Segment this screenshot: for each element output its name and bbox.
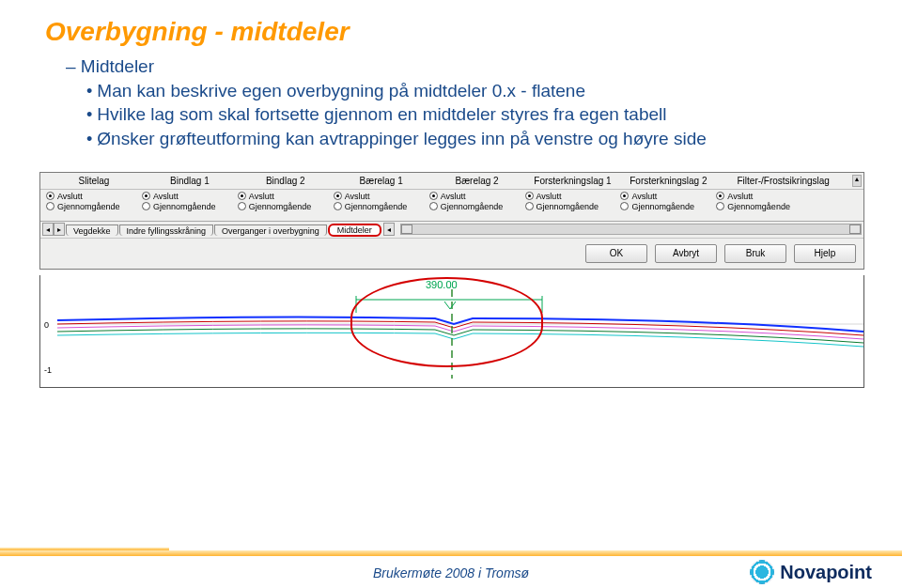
col-header: Forsterkningslag 1	[525, 175, 621, 187]
radio-avslutt[interactable]	[525, 192, 534, 200]
radio-gjennom[interactable]	[620, 202, 629, 210]
column-header-row: Slitelag Bindlag 1 Bindlag 2 Bærelag 1 B…	[40, 173, 863, 190]
horizontal-scrollbar[interactable]	[400, 224, 862, 235]
radio-label: Gjennomgående	[153, 202, 216, 211]
bullet-item: Ønsker grøfteutforming kan avtrappinger …	[86, 127, 902, 151]
col-header: Bærelag 1	[334, 175, 429, 187]
radio-avslutt[interactable]	[620, 192, 629, 200]
radio-label: Avslutt	[249, 192, 274, 201]
col-header: Slitelag	[46, 175, 142, 187]
radio-avslutt[interactable]	[716, 192, 724, 200]
radio-label: Avslutt	[631, 192, 657, 201]
bullet-item: Man kan beskrive egen overbygning på mid…	[86, 79, 902, 103]
radio-label: Gjennomgående	[57, 202, 120, 211]
logo-mark-icon	[750, 560, 774, 584]
radio-group: Avslutt Gjennomgående	[716, 192, 850, 211]
radio-group: Avslutt Gjennomgående	[620, 192, 716, 211]
radio-gjennom[interactable]	[142, 202, 150, 210]
radio-label: Avslutt	[537, 192, 562, 201]
radio-gjennom[interactable]	[525, 202, 534, 210]
col-header: Bindlag 2	[238, 175, 334, 187]
dialog-buttons: OK Avbryt Bruk Hjelp	[40, 238, 863, 269]
dash-marker: –	[66, 56, 81, 76]
radio-gjennom[interactable]	[429, 202, 438, 210]
radio-gjennom[interactable]	[716, 202, 724, 210]
bullet-item: Hvilke lag som skal fortsette gjennom en…	[86, 102, 902, 127]
radio-label: Avslutt	[153, 192, 179, 201]
highlight-ellipse	[350, 277, 543, 367]
tab-bar: ◂ ▸ Vegdekke Indre fyllingsskråning Over…	[40, 221, 863, 238]
slide-title: Overbygning - midtdeler	[0, 0, 902, 54]
help-button[interactable]: Hjelp	[794, 244, 856, 263]
measurement-label: 390.00	[426, 279, 458, 290]
radio-avslutt[interactable]	[334, 192, 342, 200]
col-header: Forsterkningslag 2	[620, 175, 716, 187]
tab-overganger[interactable]: Overganger i overbygning	[214, 224, 327, 236]
tab-indre-fylling[interactable]: Indre fyllingsskråning	[119, 224, 214, 236]
radio-group: Avslutt Gjennomgående	[334, 192, 429, 211]
col-header: Filter-/Frostsikringslag	[716, 175, 850, 187]
footer-band	[0, 550, 902, 556]
radio-group: Avslutt Gjennomgående	[142, 192, 238, 211]
radio-label: Gjennomgående	[727, 202, 790, 211]
tab-midtdeler[interactable]: Midtdeler	[328, 224, 381, 237]
tab-vegdekke[interactable]: Vegdekke	[66, 224, 118, 236]
col-header: Bindlag 1	[142, 175, 238, 187]
col-header: Bærelag 2	[429, 175, 525, 187]
radio-label: Avslutt	[441, 192, 466, 201]
radio-row: Avslutt Gjennomgående Avslutt Gjennomgåe…	[40, 190, 863, 221]
radio-gjennom[interactable]	[238, 202, 246, 210]
radio-label: Gjennomgående	[249, 202, 312, 211]
tab-scroll-next[interactable]: ◂	[383, 223, 395, 236]
cross-section-drawing: 0 -1 390.00	[39, 275, 864, 388]
radio-group: Avslutt Gjennomgående	[429, 192, 525, 211]
radio-label: Gjennomgående	[537, 202, 599, 211]
tab-scroll-prev[interactable]: ▸	[54, 223, 65, 236]
radio-avslutt[interactable]	[46, 192, 54, 200]
intro-word: Midtdeler	[81, 56, 154, 76]
radio-avslutt[interactable]	[238, 192, 246, 200]
novapoint-logo: Novapoint	[750, 560, 872, 584]
cancel-button[interactable]: Avbryt	[655, 244, 717, 263]
bullet-list: Man kan beskrive egen overbygning på mid…	[66, 79, 902, 151]
radio-group: Avslutt Gjennomgående	[46, 192, 142, 211]
radio-label: Gjennomgående	[345, 202, 408, 211]
settings-panel: Slitelag Bindlag 1 Bindlag 2 Bærelag 1 B…	[39, 172, 864, 270]
ok-button[interactable]: OK	[585, 244, 647, 263]
vertical-scrollbar[interactable]: ▲	[852, 175, 862, 187]
radio-avslutt[interactable]	[429, 192, 438, 200]
radio-gjennom[interactable]	[334, 202, 342, 210]
radio-label: Avslutt	[345, 192, 370, 201]
radio-label: Avslutt	[57, 192, 83, 201]
radio-gjennom[interactable]	[46, 202, 54, 210]
slide-body: – Midtdeler Man kan beskrive egen overby…	[0, 54, 902, 151]
tab-scroll-first[interactable]: ◂	[42, 223, 54, 236]
apply-button[interactable]: Bruk	[724, 244, 786, 263]
radio-group: Avslutt Gjennomgående	[525, 192, 621, 211]
radio-label: Gjennomgående	[631, 202, 694, 211]
radio-group: Avslutt Gjennomgående	[238, 192, 334, 211]
radio-avslutt[interactable]	[142, 192, 150, 200]
radio-label: Avslutt	[727, 192, 753, 201]
logo-wordmark: Novapoint	[780, 562, 872, 583]
radio-label: Gjennomgående	[441, 202, 504, 211]
